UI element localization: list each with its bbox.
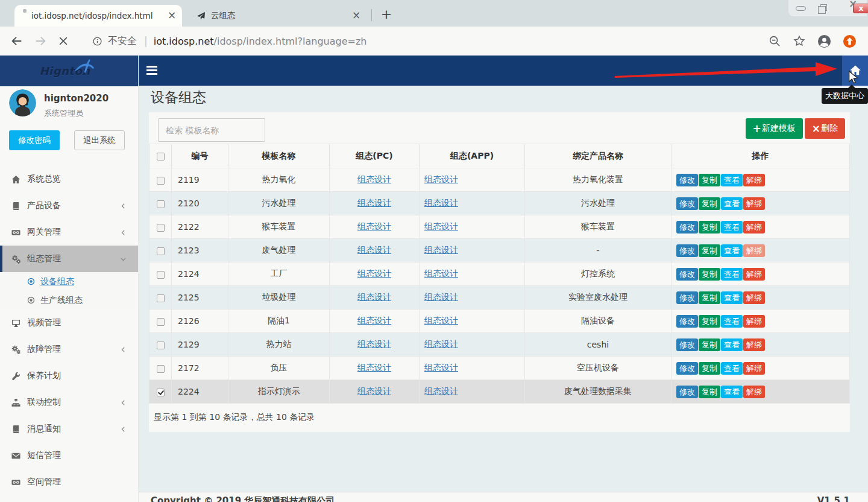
back-button[interactable] (10, 34, 24, 48)
row-checkbox[interactable] (157, 294, 165, 302)
row-checkbox[interactable] (157, 271, 165, 279)
hamburger-icon[interactable] (146, 66, 157, 77)
app-design-link[interactable]: 组态设计 (424, 292, 458, 302)
select-all-checkbox[interactable] (157, 153, 165, 160)
new-template-button[interactable]: +新建模板 (746, 118, 803, 139)
minimize-button[interactable] (796, 6, 806, 11)
row-checkbox[interactable] (157, 342, 165, 349)
tab-close-icon[interactable]: × (166, 10, 177, 21)
action-0-button[interactable]: 修改 (676, 244, 698, 257)
pc-design-link[interactable]: 组态设计 (357, 316, 391, 325)
sidebar-subitem-0[interactable]: 设备组态 (0, 272, 138, 291)
action-0-button[interactable]: 修改 (676, 386, 698, 398)
stop-button[interactable] (57, 35, 69, 47)
sidebar-item-10[interactable]: 空间管理 (0, 469, 138, 495)
restore-button[interactable] (820, 4, 827, 11)
action-3-button[interactable]: 解绑 (743, 291, 765, 304)
pc-design-link[interactable]: 组态设计 (357, 268, 391, 278)
app-design-link[interactable]: 组态设计 (424, 174, 458, 184)
action-3-button[interactable]: 解绑 (743, 197, 765, 210)
search-input[interactable] (158, 118, 265, 142)
sidebar-item-0[interactable]: 系统总览 (0, 166, 138, 192)
zoom-out-icon[interactable] (768, 34, 781, 48)
sidebar-subitem-1[interactable]: 生产线组态 (0, 291, 138, 310)
action-3-button[interactable]: 解绑 (743, 174, 765, 186)
pc-design-link[interactable]: 组态设计 (357, 363, 391, 372)
update-icon[interactable] (843, 34, 857, 48)
action-0-button[interactable]: 修改 (676, 315, 698, 328)
action-1-button[interactable]: 复制 (699, 174, 720, 186)
sidebar-item-5[interactable]: 故障管理 (0, 336, 138, 363)
action-0-button[interactable]: 修改 (676, 197, 698, 210)
action-0-button[interactable]: 修改 (676, 268, 698, 281)
action-3-button[interactable]: 解绑 (743, 221, 765, 234)
action-3-button[interactable]: 解绑 (743, 338, 765, 351)
forward-button[interactable] (34, 34, 47, 48)
action-1-button[interactable]: 复制 (699, 338, 720, 351)
action-0-button[interactable]: 修改 (676, 221, 698, 234)
pc-design-link[interactable]: 组态设计 (357, 339, 391, 349)
sidebar-item-8[interactable]: 消息通知 (0, 416, 138, 442)
logout-button[interactable]: 退出系统 (74, 130, 125, 150)
action-0-button[interactable]: 修改 (676, 362, 698, 375)
browser-tab-current[interactable]: iot.idosp.net/idosp/index.html × (14, 5, 182, 27)
pc-design-link[interactable]: 组态设计 (357, 221, 391, 231)
close-button[interactable]: × x (849, 1, 867, 16)
sidebar-item-2[interactable]: 网关管理 (0, 219, 138, 246)
app-design-link[interactable]: 组态设计 (424, 339, 458, 349)
sidebar-item-7[interactable]: 联动控制 (0, 389, 138, 416)
sidebar-item-4[interactable]: 视频管理 (0, 310, 138, 336)
row-checkbox[interactable] (157, 247, 165, 255)
change-password-button[interactable]: 修改密码 (9, 130, 60, 150)
pc-design-link[interactable]: 组态设计 (357, 386, 391, 396)
profile-avatar-icon[interactable] (817, 34, 831, 48)
action-0-button[interactable]: 修改 (676, 174, 698, 186)
app-design-link[interactable]: 组态设计 (424, 386, 458, 396)
logo[interactable]: Hignton HIGNTON (0, 56, 138, 86)
browser-tab-cloud[interactable]: 云组态 × (188, 5, 366, 27)
row-checkbox[interactable] (157, 200, 165, 208)
sidebar-item-9[interactable]: 短信管理 (0, 442, 138, 469)
action-1-button[interactable]: 复制 (699, 197, 720, 210)
app-design-link[interactable]: 组态设计 (424, 316, 458, 325)
omnibox[interactable]: 不安全 | iot.idosp.net/idosp/index.html?lan… (92, 35, 366, 48)
delete-button[interactable]: ×删除 (805, 118, 845, 139)
app-design-link[interactable]: 组态设计 (424, 245, 458, 255)
action-2-button[interactable]: 查看 (721, 338, 743, 351)
action-1-button[interactable]: 复制 (699, 362, 720, 375)
app-design-link[interactable]: 组态设计 (424, 268, 458, 278)
action-1-button[interactable]: 复制 (699, 244, 720, 257)
action-2-button[interactable]: 查看 (721, 221, 743, 234)
sidebar-item-6[interactable]: 保养计划 (0, 363, 138, 389)
action-3-button[interactable]: 解绑 (743, 386, 765, 398)
pc-design-link[interactable]: 组态设计 (357, 174, 391, 184)
action-3-button[interactable]: 解绑 (743, 362, 765, 375)
row-checkbox[interactable] (157, 224, 165, 232)
new-tab-button[interactable]: + (377, 6, 395, 24)
app-design-link[interactable]: 组态设计 (424, 198, 458, 208)
action-0-button[interactable]: 修改 (676, 291, 698, 304)
pc-design-link[interactable]: 组态设计 (357, 292, 391, 302)
app-design-link[interactable]: 组态设计 (424, 363, 458, 372)
action-2-button[interactable]: 查看 (721, 386, 743, 398)
action-2-button[interactable]: 查看 (721, 244, 743, 257)
action-1-button[interactable]: 复制 (699, 268, 720, 281)
action-1-button[interactable]: 复制 (699, 291, 720, 304)
pc-design-link[interactable]: 组态设计 (357, 245, 391, 255)
app-design-link[interactable]: 组态设计 (424, 221, 458, 231)
row-checkbox[interactable] (157, 318, 165, 326)
sidebar-item-3[interactable]: 组态管理 (0, 246, 138, 272)
action-3-button[interactable]: 解绑 (743, 268, 765, 281)
action-2-button[interactable]: 查看 (721, 174, 743, 186)
action-2-button[interactable]: 查看 (721, 291, 743, 304)
row-checkbox[interactable] (157, 365, 165, 373)
row-checkbox[interactable] (157, 177, 165, 185)
action-2-button[interactable]: 查看 (721, 197, 743, 210)
bookmark-star-icon[interactable] (793, 34, 806, 48)
action-1-button[interactable]: 复制 (699, 315, 720, 328)
row-checkbox[interactable] (157, 389, 165, 396)
action-2-button[interactable]: 查看 (721, 315, 743, 328)
action-3-button[interactable]: 解绑 (743, 315, 765, 328)
tab-close-icon[interactable]: × (351, 10, 362, 21)
info-icon[interactable] (92, 36, 102, 46)
